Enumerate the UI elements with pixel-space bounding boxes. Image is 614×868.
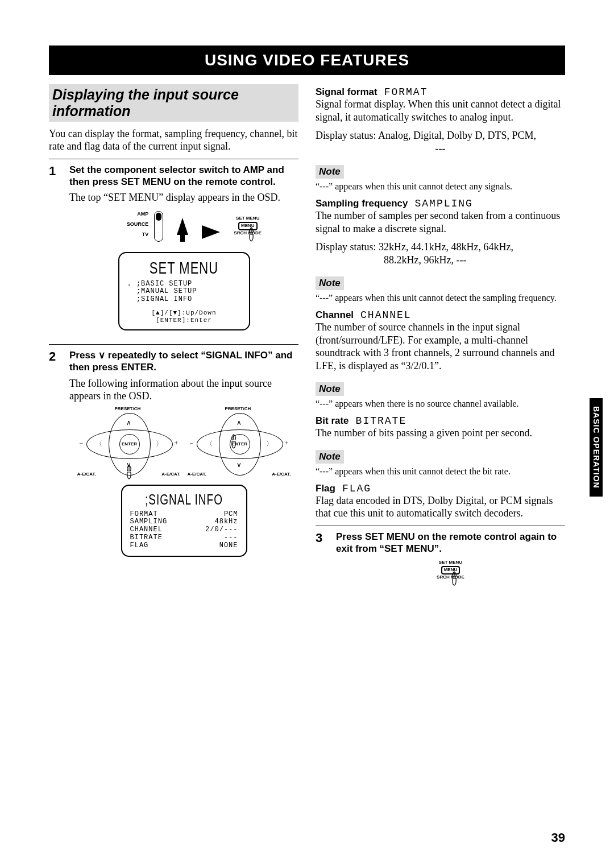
osd-line: ;SIGNAL INFO bbox=[127, 296, 241, 304]
note-label: Note bbox=[316, 382, 344, 396]
def-status2-sampling: 88.2kHz, 96kHz, --- bbox=[316, 254, 565, 267]
dpad-label-bl: A-E/CAT. bbox=[188, 472, 206, 477]
menu-label-top: SET MENU bbox=[437, 560, 464, 565]
def-head-format: Signal format bbox=[316, 86, 377, 97]
def-body-sampling: The number of samples per second taken f… bbox=[316, 209, 565, 235]
note-text: “---” appears when there is no source ch… bbox=[316, 398, 565, 410]
page-banner: USING VIDEO FEATURES bbox=[49, 46, 565, 75]
osd-val: 48kHz bbox=[214, 518, 238, 526]
def-status-format: Display status: Analog, Digital, Dolby D… bbox=[316, 129, 565, 142]
def-body-channel: The number of source channels in the inp… bbox=[316, 321, 565, 372]
step-1-body: The top “SET MENU” display appears in th… bbox=[69, 191, 298, 204]
intro-paragraph: You can display the format, sampling fre… bbox=[49, 127, 298, 153]
osd-key: FLAG bbox=[130, 542, 149, 550]
def-code-flag: FLAG bbox=[342, 483, 371, 494]
def-code-channel: CHANNEL bbox=[360, 309, 412, 321]
arrow-right-icon bbox=[202, 225, 220, 239]
osd-key: CHANNEL bbox=[130, 526, 163, 534]
right-column: Signal format FORMAT Signal format displ… bbox=[316, 84, 565, 580]
left-column: Displaying the input source information … bbox=[49, 84, 298, 580]
plus-icon: + bbox=[175, 439, 179, 448]
chevron-right-icon: 〉 bbox=[156, 439, 163, 449]
def-body-format: Signal format display. When this unit ca… bbox=[316, 98, 565, 123]
osd-set-menu: SET MENU . ;BASIC SETUP ;MANUAL SETUP ;S… bbox=[118, 252, 250, 331]
def-body-flag: Flag data encoded in DTS, Dolby Digital,… bbox=[316, 494, 565, 520]
dpad-label-top: PRESET/CH bbox=[225, 406, 251, 411]
minus-icon: − bbox=[190, 439, 194, 448]
dpad-icon: ENTER ∧ ∨ 〈 〉 PRESET/CH A-E/CAT. A-E/CAT… bbox=[197, 413, 282, 474]
step-1: 1 Set the component selector switch to A… bbox=[49, 164, 298, 339]
plus-icon: + bbox=[285, 439, 289, 448]
chevron-right-icon: 〉 bbox=[266, 439, 273, 449]
def-head-flag: Flag bbox=[316, 483, 335, 494]
step-2: 2 Press ∨ repeatedly to select “SIGNAL I… bbox=[49, 349, 298, 564]
dpad-label-br: A-E/CAT. bbox=[161, 472, 180, 477]
note-text: “---” appears when this unit cannot dete… bbox=[316, 292, 565, 304]
osd-line: . ;BASIC SETUP bbox=[127, 280, 241, 288]
chevron-left-icon: 〈 bbox=[96, 439, 102, 449]
minus-icon: − bbox=[80, 439, 84, 448]
dpad-label-top: PRESET/CH bbox=[115, 406, 141, 411]
note-label: Note bbox=[316, 276, 344, 290]
osd-signal-info: ;SIGNAL INFO FORMATPCM SAMPLING48kHz CHA… bbox=[121, 485, 247, 557]
chevron-down-icon: ∨ bbox=[237, 461, 242, 469]
def-status2-format: --- bbox=[316, 142, 565, 155]
step-1-heading: Set the component selector switch to AMP… bbox=[69, 164, 298, 188]
def-head-bitrate: Bit rate bbox=[316, 415, 349, 426]
osd-val: PCM bbox=[224, 511, 238, 519]
pointing-hand-icon bbox=[247, 226, 255, 242]
note-label: Note bbox=[316, 450, 344, 464]
page-number: 39 bbox=[551, 830, 565, 845]
note-label: Note bbox=[316, 165, 344, 179]
note-text: “---” appears when this unit cannot dete… bbox=[316, 181, 565, 192]
switch-label-tv: TV bbox=[127, 232, 149, 237]
switch-label-source: SOURCE bbox=[127, 221, 149, 227]
side-tab: BASIC OPERATION bbox=[590, 398, 603, 497]
chevron-up-icon: ∧ bbox=[237, 419, 242, 427]
def-head-sampling: Sampling frequency bbox=[316, 198, 408, 209]
def-code-format: FORMAT bbox=[384, 86, 428, 98]
figure-remote-switch: AMP SOURCE TV SET MENU MENU SRCH MODE bbox=[90, 211, 298, 242]
step-number: 1 bbox=[49, 164, 61, 339]
set-menu-button-icon: SET MENU MENU SRCH MODE bbox=[437, 560, 464, 580]
def-head-channel: Channel bbox=[316, 309, 354, 320]
step-3: 3 Press SET MENU on the remote control a… bbox=[316, 531, 565, 580]
dpad-label-bl: A-E/CAT. bbox=[77, 472, 96, 477]
osd-key: FORMAT bbox=[130, 511, 158, 519]
pointing-hand-icon bbox=[230, 433, 238, 449]
switch-label-amp: AMP bbox=[127, 211, 149, 217]
osd-val: NONE bbox=[219, 542, 238, 550]
menu-label-top: SET MENU bbox=[234, 216, 262, 221]
osd-val: --- bbox=[224, 534, 238, 542]
pointing-hand-icon bbox=[125, 464, 133, 480]
def-status-sampling: Display status: 32kHz, 44.1kHz, 48kHz, 6… bbox=[316, 241, 565, 254]
osd-line: ;MANUAL SETUP bbox=[127, 288, 241, 296]
osd-footer: [▲]/[▼]:Up/Down [ENTER]:Enter bbox=[127, 309, 241, 324]
section-title: Displaying the input source information bbox=[49, 84, 298, 122]
note-text: “---” appears when this unit cannot dete… bbox=[316, 466, 565, 477]
figure-dpads: ENTER ∧ ∨ 〈 〉 PRESET/CH A-E/CAT. A-E/CAT… bbox=[69, 413, 298, 474]
step-3-heading: Press SET MENU on the remote control aga… bbox=[336, 531, 565, 555]
osd-key: SAMPLING bbox=[130, 518, 168, 526]
osd-signal-title: ;SIGNAL INFO bbox=[130, 491, 238, 509]
selector-switch-icon bbox=[154, 211, 163, 242]
dpad-icon: ENTER ∧ ∨ 〈 〉 PRESET/CH A-E/CAT. A-E/CAT… bbox=[86, 413, 172, 474]
pointing-hand-icon bbox=[450, 571, 458, 586]
def-code-bitrate: BITRATE bbox=[356, 415, 407, 427]
step-number: 2 bbox=[49, 349, 61, 564]
dpad-label-br: A-E/CAT. bbox=[272, 472, 291, 477]
step-2-body: The following information about the inpu… bbox=[69, 377, 298, 403]
set-menu-button-icon: SET MENU MENU SRCH MODE bbox=[234, 216, 262, 235]
step-2-heading: Press ∨ repeatedly to select “SIGNAL INF… bbox=[69, 349, 298, 374]
osd-val: 2/0/--- bbox=[205, 526, 238, 534]
arrow-up-icon bbox=[177, 218, 188, 235]
osd-key: BITRATE bbox=[130, 534, 163, 542]
dpad-enter: ENTER bbox=[119, 434, 140, 454]
osd-set-menu-title: SET MENU bbox=[127, 258, 241, 278]
chevron-left-icon: 〈 bbox=[206, 439, 213, 449]
step-number: 3 bbox=[316, 531, 328, 580]
def-code-sampling: SAMPLING bbox=[414, 198, 472, 209]
def-body-bitrate: The number of bits passing a given point… bbox=[316, 427, 565, 440]
chevron-up-icon: ∧ bbox=[126, 419, 131, 427]
